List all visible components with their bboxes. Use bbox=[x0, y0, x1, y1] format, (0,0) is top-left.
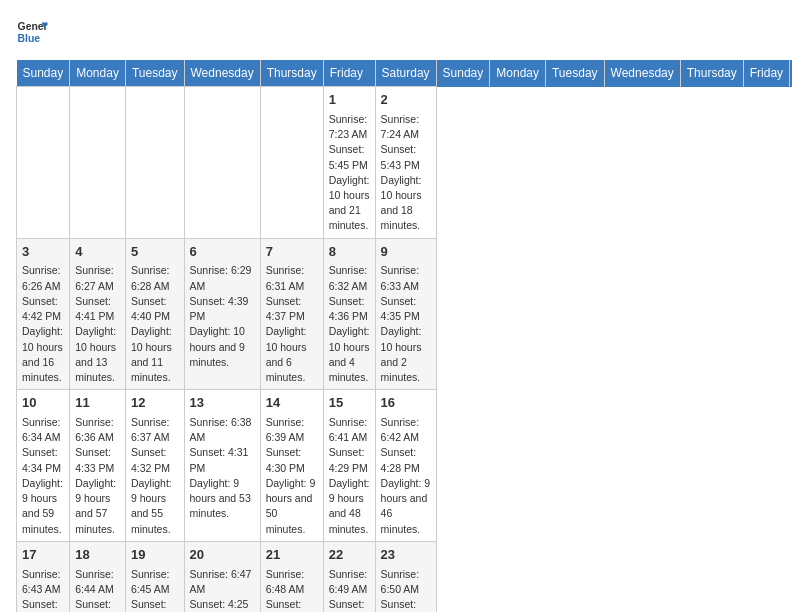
day-info: Sunrise: 6:32 AMSunset: 4:36 PMDaylight:… bbox=[329, 263, 370, 385]
calendar-cell: 14Sunrise: 6:39 AMSunset: 4:30 PMDayligh… bbox=[260, 390, 323, 542]
day-info: Sunrise: 6:49 AMSunset: 4:24 PMDaylight:… bbox=[329, 567, 370, 612]
calendar-cell: 6Sunrise: 6:29 AMSunset: 4:39 PMDaylight… bbox=[184, 238, 260, 390]
day-number: 13 bbox=[190, 394, 255, 413]
col-header-wednesday: Wednesday bbox=[184, 60, 260, 87]
calendar-table: SundayMondayTuesdayWednesdayThursdayFrid… bbox=[16, 60, 792, 612]
col-header-monday: Monday bbox=[490, 60, 546, 87]
logo: General Blue bbox=[16, 16, 48, 48]
day-info: Sunrise: 7:23 AMSunset: 5:45 PMDaylight:… bbox=[329, 112, 370, 234]
calendar-cell: 3Sunrise: 6:26 AMSunset: 4:42 PMDaylight… bbox=[17, 238, 70, 390]
col-header-sunday: Sunday bbox=[436, 60, 490, 87]
calendar-cell: 18Sunrise: 6:44 AMSunset: 4:27 PMDayligh… bbox=[70, 541, 126, 612]
calendar-cell: 7Sunrise: 6:31 AMSunset: 4:37 PMDaylight… bbox=[260, 238, 323, 390]
calendar-cell: 15Sunrise: 6:41 AMSunset: 4:29 PMDayligh… bbox=[323, 390, 375, 542]
calendar-cell: 23Sunrise: 6:50 AMSunset: 4:23 PMDayligh… bbox=[375, 541, 436, 612]
day-number: 22 bbox=[329, 546, 370, 565]
day-info: Sunrise: 6:43 AMSunset: 4:28 PMDaylight:… bbox=[22, 567, 64, 612]
calendar-cell: 4Sunrise: 6:27 AMSunset: 4:41 PMDaylight… bbox=[70, 238, 126, 390]
calendar-week-3: 10Sunrise: 6:34 AMSunset: 4:34 PMDayligh… bbox=[17, 390, 793, 542]
day-number: 23 bbox=[381, 546, 431, 565]
col-header-sunday: Sunday bbox=[17, 60, 70, 87]
calendar-cell: 17Sunrise: 6:43 AMSunset: 4:28 PMDayligh… bbox=[17, 541, 70, 612]
calendar-cell: 21Sunrise: 6:48 AMSunset: 4:25 PMDayligh… bbox=[260, 541, 323, 612]
calendar-cell: 10Sunrise: 6:34 AMSunset: 4:34 PMDayligh… bbox=[17, 390, 70, 542]
col-header-thursday: Thursday bbox=[680, 60, 743, 87]
day-info: Sunrise: 6:44 AMSunset: 4:27 PMDaylight:… bbox=[75, 567, 120, 612]
day-info: Sunrise: 6:37 AMSunset: 4:32 PMDaylight:… bbox=[131, 415, 179, 537]
calendar-cell bbox=[17, 87, 70, 239]
col-header-saturday: Saturday bbox=[375, 60, 436, 87]
calendar-week-4: 17Sunrise: 6:43 AMSunset: 4:28 PMDayligh… bbox=[17, 541, 793, 612]
calendar-cell bbox=[125, 87, 184, 239]
day-info: Sunrise: 6:34 AMSunset: 4:34 PMDaylight:… bbox=[22, 415, 64, 537]
day-info: Sunrise: 7:24 AMSunset: 5:43 PMDaylight:… bbox=[381, 112, 431, 234]
day-number: 6 bbox=[190, 243, 255, 262]
calendar-cell: 16Sunrise: 6:42 AMSunset: 4:28 PMDayligh… bbox=[375, 390, 436, 542]
day-info: Sunrise: 6:27 AMSunset: 4:41 PMDaylight:… bbox=[75, 263, 120, 385]
day-info: Sunrise: 6:39 AMSunset: 4:30 PMDaylight:… bbox=[266, 415, 318, 537]
calendar-cell: 12Sunrise: 6:37 AMSunset: 4:32 PMDayligh… bbox=[125, 390, 184, 542]
day-number: 15 bbox=[329, 394, 370, 413]
day-number: 9 bbox=[381, 243, 431, 262]
day-number: 5 bbox=[131, 243, 179, 262]
col-header-thursday: Thursday bbox=[260, 60, 323, 87]
logo-icon: General Blue bbox=[16, 16, 48, 48]
calendar-cell: 20Sunrise: 6:47 AMSunset: 4:25 PMDayligh… bbox=[184, 541, 260, 612]
day-info: Sunrise: 6:31 AMSunset: 4:37 PMDaylight:… bbox=[266, 263, 318, 385]
col-header-monday: Monday bbox=[70, 60, 126, 87]
day-number: 3 bbox=[22, 243, 64, 262]
calendar-cell: 2Sunrise: 7:24 AMSunset: 5:43 PMDaylight… bbox=[375, 87, 436, 239]
day-info: Sunrise: 6:45 AMSunset: 4:26 PMDaylight:… bbox=[131, 567, 179, 612]
calendar-cell: 1Sunrise: 7:23 AMSunset: 5:45 PMDaylight… bbox=[323, 87, 375, 239]
calendar-week-1: 1Sunrise: 7:23 AMSunset: 5:45 PMDaylight… bbox=[17, 87, 793, 239]
calendar-header-row: SundayMondayTuesdayWednesdayThursdayFrid… bbox=[17, 60, 793, 87]
day-number: 8 bbox=[329, 243, 370, 262]
day-info: Sunrise: 6:47 AMSunset: 4:25 PMDaylight:… bbox=[190, 567, 255, 612]
day-info: Sunrise: 6:26 AMSunset: 4:42 PMDaylight:… bbox=[22, 263, 64, 385]
col-header-friday: Friday bbox=[743, 60, 789, 87]
day-number: 4 bbox=[75, 243, 120, 262]
calendar-cell: 8Sunrise: 6:32 AMSunset: 4:36 PMDaylight… bbox=[323, 238, 375, 390]
day-number: 11 bbox=[75, 394, 120, 413]
day-info: Sunrise: 6:48 AMSunset: 4:25 PMDaylight:… bbox=[266, 567, 318, 612]
day-info: Sunrise: 6:41 AMSunset: 4:29 PMDaylight:… bbox=[329, 415, 370, 537]
calendar-cell: 19Sunrise: 6:45 AMSunset: 4:26 PMDayligh… bbox=[125, 541, 184, 612]
day-number: 10 bbox=[22, 394, 64, 413]
calendar-week-2: 3Sunrise: 6:26 AMSunset: 4:42 PMDaylight… bbox=[17, 238, 793, 390]
day-number: 17 bbox=[22, 546, 64, 565]
day-number: 7 bbox=[266, 243, 318, 262]
calendar-cell: 22Sunrise: 6:49 AMSunset: 4:24 PMDayligh… bbox=[323, 541, 375, 612]
day-number: 1 bbox=[329, 91, 370, 110]
calendar-cell bbox=[70, 87, 126, 239]
calendar-cell: 5Sunrise: 6:28 AMSunset: 4:40 PMDaylight… bbox=[125, 238, 184, 390]
day-info: Sunrise: 6:33 AMSunset: 4:35 PMDaylight:… bbox=[381, 263, 431, 385]
day-number: 14 bbox=[266, 394, 318, 413]
col-header-tuesday: Tuesday bbox=[545, 60, 604, 87]
col-header-tuesday: Tuesday bbox=[125, 60, 184, 87]
day-number: 2 bbox=[381, 91, 431, 110]
day-info: Sunrise: 6:36 AMSunset: 4:33 PMDaylight:… bbox=[75, 415, 120, 537]
svg-text:Blue: Blue bbox=[18, 33, 41, 44]
calendar-cell: 13Sunrise: 6:38 AMSunset: 4:31 PMDayligh… bbox=[184, 390, 260, 542]
col-header-friday: Friday bbox=[323, 60, 375, 87]
day-number: 20 bbox=[190, 546, 255, 565]
col-header-wednesday: Wednesday bbox=[604, 60, 680, 87]
day-info: Sunrise: 6:29 AMSunset: 4:39 PMDaylight:… bbox=[190, 263, 255, 370]
day-number: 21 bbox=[266, 546, 318, 565]
calendar-cell: 9Sunrise: 6:33 AMSunset: 4:35 PMDaylight… bbox=[375, 238, 436, 390]
day-number: 18 bbox=[75, 546, 120, 565]
calendar-cell bbox=[184, 87, 260, 239]
day-number: 19 bbox=[131, 546, 179, 565]
day-number: 12 bbox=[131, 394, 179, 413]
header: General Blue bbox=[16, 16, 776, 48]
day-info: Sunrise: 6:38 AMSunset: 4:31 PMDaylight:… bbox=[190, 415, 255, 522]
calendar-cell bbox=[260, 87, 323, 239]
calendar-cell: 11Sunrise: 6:36 AMSunset: 4:33 PMDayligh… bbox=[70, 390, 126, 542]
day-info: Sunrise: 6:50 AMSunset: 4:23 PMDaylight:… bbox=[381, 567, 431, 612]
day-number: 16 bbox=[381, 394, 431, 413]
day-info: Sunrise: 6:42 AMSunset: 4:28 PMDaylight:… bbox=[381, 415, 431, 537]
day-info: Sunrise: 6:28 AMSunset: 4:40 PMDaylight:… bbox=[131, 263, 179, 385]
